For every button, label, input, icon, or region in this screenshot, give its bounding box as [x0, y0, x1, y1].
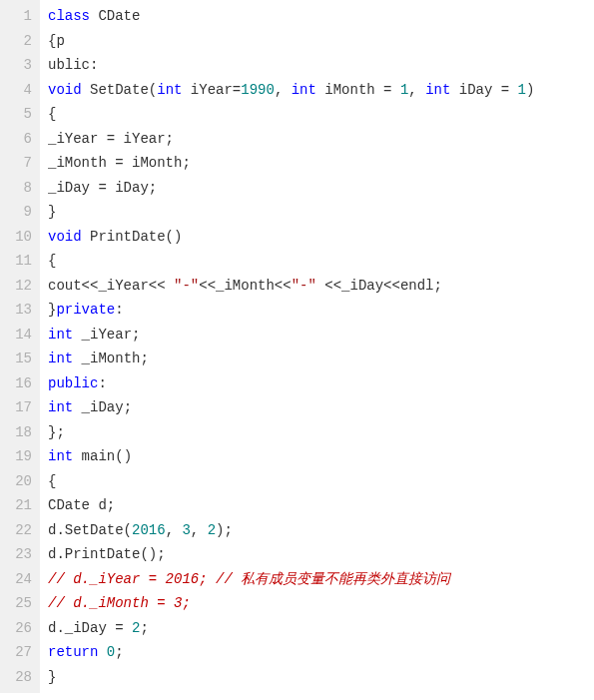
token-plain: ;: [140, 620, 148, 636]
line-number: 12: [4, 274, 32, 299]
line-number: 18: [4, 420, 32, 445]
token-plain: ,: [191, 522, 208, 538]
token-comment: // d._iYear = 2016; // 私有成员变量不能再类外直接访问: [48, 571, 450, 587]
code-line: ublic:: [48, 53, 586, 78]
token-comment: // d._iMonth = 3;: [48, 595, 191, 611]
token-plain: }: [48, 669, 56, 685]
line-number: 21: [4, 493, 32, 518]
code-line: _iDay = iDay;: [48, 176, 586, 201]
line-number: 17: [4, 395, 32, 420]
token-kw: return: [48, 644, 98, 660]
token-plain: d.PrintDate();: [48, 546, 166, 562]
line-number: 9: [4, 200, 32, 225]
token-plain: iMonth =: [316, 82, 400, 98]
token-plain: _iMonth;: [73, 350, 149, 366]
line-number: 26: [4, 616, 32, 641]
token-plain: <<_iDay<<endl;: [316, 278, 442, 294]
line-number: 15: [4, 347, 32, 371]
token-plain: iDay =: [450, 82, 517, 98]
token-kw: int: [48, 448, 73, 464]
code-line: int _iDay;: [48, 395, 586, 420]
token-plain: ,: [275, 82, 292, 98]
code-line: int _iMonth;: [48, 347, 586, 371]
token-plain: CDate d;: [48, 497, 115, 513]
line-number: 23: [4, 542, 32, 567]
code-content: class CDate{public:void SetDate(int iYea…: [40, 0, 594, 693]
line-number: 20: [4, 469, 32, 494]
token-kw: int: [48, 350, 73, 366]
token-num: 2016: [132, 522, 166, 538]
token-plain: {p: [48, 33, 65, 49]
token-num: 3: [182, 522, 190, 538]
token-kw: int: [157, 82, 182, 98]
line-number: 16: [4, 371, 32, 396]
code-line: _iYear = iYear;: [48, 127, 586, 152]
line-number: 4: [4, 78, 32, 103]
token-plain: :: [98, 375, 106, 391]
token-plain: :: [115, 302, 123, 318]
token-str: "-": [174, 278, 199, 294]
line-number: 5: [4, 102, 32, 127]
token-plain: iYear=: [182, 82, 241, 98]
token-kw: int: [48, 399, 73, 415]
token-plain: SetDate(: [82, 82, 158, 98]
line-number: 25: [4, 591, 32, 616]
token-plain: _iMonth = iMonth;: [48, 155, 191, 171]
token-plain: _iDay;: [73, 399, 132, 415]
token-str: "-": [292, 278, 316, 294]
code-line: {p: [48, 29, 586, 54]
token-kw: int: [48, 327, 73, 343]
token-plain: d.SetDate(: [48, 522, 132, 538]
code-line: d._iDay = 2;: [48, 616, 586, 641]
line-number: 3: [4, 53, 32, 78]
code-block: 1234567891011121314151617181920212223242…: [0, 0, 594, 693]
code-line: public:: [48, 371, 586, 396]
token-plain: ,: [408, 82, 425, 98]
line-number: 22: [4, 518, 32, 543]
line-number: 10: [4, 225, 32, 250]
token-plain: ,: [166, 522, 183, 538]
token-plain: ;: [115, 644, 123, 660]
token-plain: <<_iMonth<<: [199, 278, 291, 294]
token-plain: CDate: [90, 8, 140, 24]
code-line: }: [48, 665, 586, 690]
token-num: 1: [518, 82, 526, 98]
code-line: };: [48, 420, 586, 445]
token-kw: class: [48, 8, 90, 24]
code-line: {: [48, 249, 586, 274]
token-plain: {: [48, 473, 56, 489]
token-plain: }: [48, 204, 56, 220]
code-line: CDate d;: [48, 493, 586, 518]
line-number: 27: [4, 640, 32, 665]
token-kw: int: [292, 82, 316, 98]
token-plain: };: [48, 424, 65, 440]
token-kw: int: [425, 82, 450, 98]
line-number-gutter: 1234567891011121314151617181920212223242…: [0, 0, 40, 693]
line-number: 1: [4, 4, 32, 29]
code-line: class CDate: [48, 4, 586, 29]
token-kw: private: [56, 302, 115, 318]
line-number: 13: [4, 298, 32, 323]
line-number: 11: [4, 249, 32, 274]
code-line: cout<<_iYear<< "-"<<_iMonth<<"-" <<_iDay…: [48, 274, 586, 299]
token-plain: cout<<_iYear<<: [48, 278, 174, 294]
token-plain: PrintDate(): [82, 229, 183, 245]
token-plain: [98, 644, 106, 660]
line-number: 6: [4, 127, 32, 152]
code-line: {: [48, 102, 586, 127]
token-plain: _iYear;: [73, 327, 140, 343]
line-number: 19: [4, 444, 32, 469]
token-plain: {: [48, 253, 56, 269]
code-line: int _iYear;: [48, 323, 586, 348]
line-number: 7: [4, 151, 32, 176]
code-line: }private:: [48, 298, 586, 323]
token-num: 1990: [241, 82, 275, 98]
token-num: 2: [208, 522, 216, 538]
line-number: 2: [4, 29, 32, 54]
code-line: // d._iMonth = 3;: [48, 591, 586, 616]
token-plain: _iYear = iYear;: [48, 131, 174, 147]
code-line: _iMonth = iMonth;: [48, 151, 586, 176]
code-line: int main(): [48, 444, 586, 469]
token-plain: {: [48, 106, 56, 122]
line-number: 14: [4, 323, 32, 348]
